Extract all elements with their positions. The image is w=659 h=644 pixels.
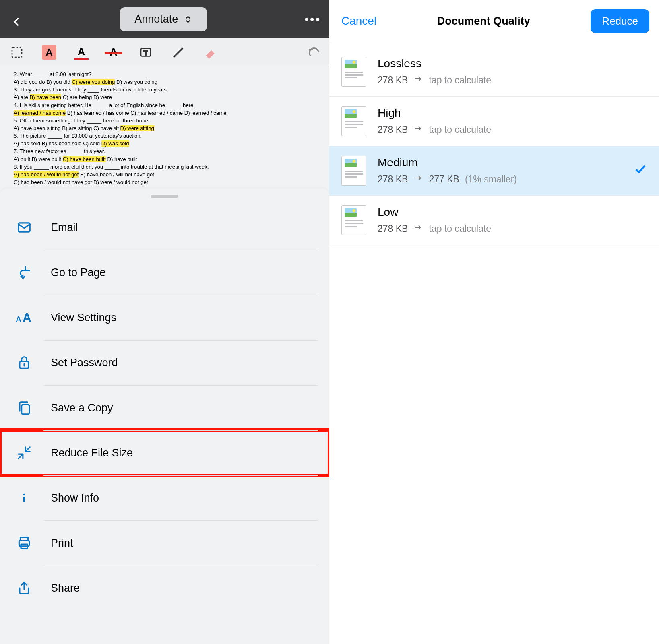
menu-item-email[interactable]: Email: [0, 205, 329, 250]
quality-detail: 278 KB277 KB(1% smaller): [378, 173, 623, 185]
menu-item-save-a-copy[interactable]: Save a Copy: [0, 385, 329, 430]
copy-icon: [15, 399, 33, 417]
highlight: B) have been: [30, 94, 61, 100]
info-icon: [15, 489, 33, 507]
quality-navbar: Cancel Document Quality Reduce: [329, 0, 659, 42]
menu-item-label: Print: [51, 537, 73, 549]
svg-line-9: [25, 447, 30, 452]
topbar: Annotate •••: [0, 0, 329, 38]
thumbnail-icon: [341, 57, 366, 87]
doc-line: A) have been sitting B) are sitting C) h…: [14, 124, 318, 132]
viewsettings-icon: AA: [15, 309, 33, 326]
doc-line: 6. The picture _____ for £3,000 at yeste…: [14, 132, 318, 140]
menu-item-set-password[interactable]: Set Password: [0, 340, 329, 385]
menu-item-label: Share: [51, 582, 80, 594]
quality-name: Medium: [378, 156, 623, 169]
highlight-text-icon[interactable]: A: [42, 45, 56, 60]
quality-item-low[interactable]: Low278 KBtap to calculate: [329, 196, 659, 245]
more-button[interactable]: •••: [305, 13, 321, 26]
mode-selector[interactable]: Annotate: [120, 7, 207, 31]
quality-name: Low: [378, 206, 647, 219]
arrow-icon: [413, 74, 423, 86]
quality-item-high[interactable]: High278 KBtap to calculate: [329, 97, 659, 146]
doc-line: 2. What _____ at 8.00 last night?: [14, 70, 318, 78]
thumbnail-icon: [341, 106, 366, 136]
svg-text:A: A: [23, 311, 31, 325]
highlight: D) were sitting: [120, 125, 154, 131]
print-icon: [15, 534, 33, 552]
undo-icon[interactable]: [307, 45, 321, 60]
quality-detail: 278 KBtap to calculate: [378, 74, 647, 86]
quality-item-medium[interactable]: Medium278 KB277 KB(1% smaller): [329, 146, 659, 196]
svg-text:A: A: [16, 315, 21, 324]
arrow-icon: [413, 173, 423, 185]
underline-icon[interactable]: A: [74, 45, 89, 60]
doc-line: 4. His skills are getting better. He ___…: [14, 101, 318, 109]
doc-line: A) has sold B) has been sold C) sold D) …: [14, 140, 318, 147]
svg-point-11: [23, 494, 25, 496]
highlight: C) have been built: [63, 156, 106, 162]
lock-icon: [15, 354, 33, 372]
menu-item-label: Reduce File Size: [51, 447, 133, 459]
svg-rect-8: [22, 405, 29, 414]
highlight: A) had been / would not get: [14, 171, 79, 178]
doc-line: 7. Three new factories _____ this year.: [14, 147, 318, 155]
textbox-icon[interactable]: T: [138, 45, 153, 60]
reduce-button[interactable]: Reduce: [591, 9, 649, 33]
quality-title: Document Quality: [437, 15, 530, 27]
highlight: C) were you doing: [72, 79, 115, 85]
menu-item-label: Show Info: [51, 492, 99, 504]
document-preview[interactable]: 2. What _____ at 8.00 last night?A) did …: [0, 66, 329, 188]
thumbnail-icon: [341, 205, 366, 235]
highlight: A) learned / has come: [14, 110, 66, 116]
left-panel: Annotate ••• A A A T 2. What _____ at 8.…: [0, 0, 329, 644]
goto-icon: [15, 264, 33, 281]
updown-icon: [184, 15, 192, 24]
reduce-icon: [15, 444, 33, 462]
annotate-toolbar: A A A T: [0, 38, 329, 66]
menu-item-share[interactable]: Share: [0, 566, 329, 611]
doc-line: 5. Offer them something. They _____ here…: [14, 117, 318, 124]
menu-item-label: Set Password: [51, 357, 118, 369]
menu-item-reduce-file-size[interactable]: Reduce File Size: [0, 430, 329, 475]
share-icon: [15, 579, 33, 597]
svg-text:T: T: [144, 49, 148, 56]
quality-name: Lossless: [378, 57, 647, 70]
doc-line: C) had been / would not have got D) were…: [14, 178, 318, 186]
eraser-icon[interactable]: [203, 45, 217, 60]
thumbnail-icon: [341, 156, 366, 186]
mode-label: Annotate: [134, 13, 178, 25]
menu-item-go-to-page[interactable]: Go to Page: [0, 250, 329, 295]
menu-item-view-settings[interactable]: AAView Settings: [0, 295, 329, 340]
doc-line: A) did you do B) you did C) were you doi…: [14, 78, 318, 86]
right-panel: Cancel Document Quality Reduce Lossless2…: [329, 0, 659, 644]
quality-item-lossless[interactable]: Lossless278 KBtap to calculate: [329, 47, 659, 97]
strikethrough-icon[interactable]: A: [106, 45, 121, 60]
quality-name: High: [378, 107, 647, 120]
action-sheet: EmailGo to PageAAView SettingsSet Passwo…: [0, 188, 329, 644]
arrow-icon: [413, 223, 423, 235]
menu-item-show-info[interactable]: Show Info: [0, 475, 329, 520]
back-button[interactable]: [11, 14, 23, 25]
arrow-icon: [413, 124, 423, 136]
select-tool-icon[interactable]: [10, 45, 24, 60]
doc-line: A) learned / has come B) has learned / h…: [14, 109, 318, 117]
svg-rect-12: [23, 497, 25, 502]
check-icon: [634, 163, 647, 179]
highlight: D) was sold: [101, 140, 129, 147]
svg-line-10: [19, 454, 23, 458]
menu-item-print[interactable]: Print: [0, 520, 329, 566]
cancel-button[interactable]: Cancel: [341, 14, 376, 27]
quality-detail: 278 KBtap to calculate: [378, 223, 647, 235]
menu-item-label: Save a Copy: [51, 402, 113, 414]
doc-line: 8. If you _____ more careful then, you _…: [14, 163, 318, 171]
email-icon: [15, 219, 33, 236]
sheet-grabber[interactable]: [151, 195, 178, 198]
menu-item-label: Go to Page: [51, 266, 106, 279]
quality-list: Lossless278 KBtap to calculateHigh278 KB…: [329, 42, 659, 250]
pen-icon[interactable]: [171, 45, 185, 60]
quality-detail: 278 KBtap to calculate: [378, 124, 647, 136]
doc-line: 3. They are great friends. They ____ fri…: [14, 86, 318, 93]
doc-line: A) had been / would not get B) have been…: [14, 171, 318, 178]
svg-rect-0: [12, 47, 22, 57]
